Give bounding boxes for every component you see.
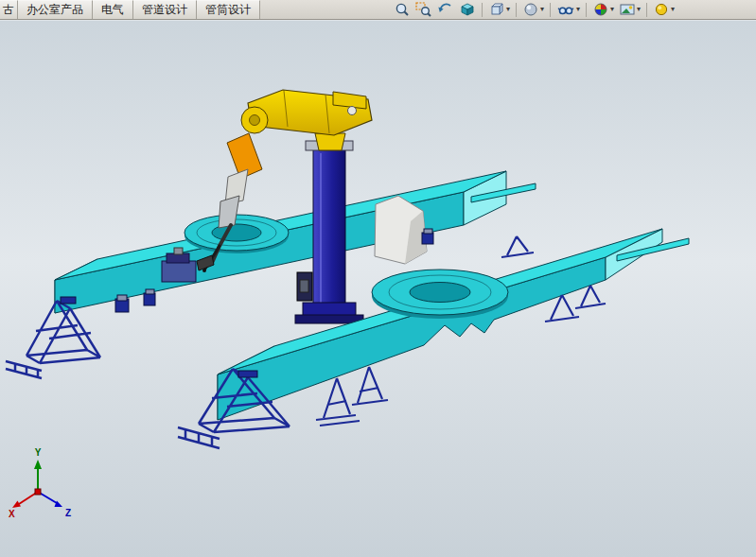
toolbar-separator — [646, 3, 647, 17]
section-view-button[interactable] — [457, 1, 478, 19]
section-view-icon — [459, 1, 476, 18]
tab-electrical[interactable]: 电气 — [93, 0, 133, 19]
edit-appearance-button[interactable]: ▾ — [590, 1, 616, 19]
rear-slewing-ring[interactable] — [185, 215, 289, 253]
edit-appearance-icon — [592, 1, 609, 18]
previous-view-icon — [437, 1, 454, 18]
front-slewing-ring[interactable] — [372, 270, 508, 319]
graphics-area[interactable]: Y X Z — [0, 21, 756, 557]
tab-piping-design-label: 管道设计 — [142, 2, 187, 18]
zoom-to-area-button[interactable] — [413, 1, 434, 19]
dropdown-caret: ▾ — [576, 6, 580, 13]
toolbar-separator — [482, 3, 483, 17]
x-axis-label: X — [9, 509, 15, 519]
robot-swivel-base — [315, 133, 345, 150]
commandmanager-tabs: 古 办公室产品 电气 管道设计 管筒设计 — [0, 0, 260, 19]
tab-tubing-design[interactable]: 管筒设计 — [197, 0, 260, 19]
apply-scene-button[interactable]: ▾ — [617, 1, 642, 19]
tab-tubing-design-label: 管筒设计 — [205, 2, 251, 18]
display-style-icon — [522, 1, 539, 18]
tab-office-products-label: 办公室产品 — [26, 2, 83, 18]
y-axis-label: Y — [35, 447, 42, 458]
view-settings-button[interactable]: ▾ — [651, 1, 677, 19]
zoom-to-area-icon — [415, 1, 432, 18]
dropdown-caret: ▾ — [540, 6, 544, 13]
dropdown-caret: ▾ — [637, 6, 641, 13]
heads-up-view-toolbar: ▾ ▾ ▾ — [392, 0, 756, 19]
tab-office-products[interactable]: 办公室产品 — [18, 0, 93, 19]
previous-view-button[interactable] — [435, 1, 456, 19]
toolbar-separator — [550, 3, 551, 17]
tab-partial-label: 古 — [3, 2, 14, 18]
dropdown-caret: ▾ — [506, 6, 510, 13]
dropdown-caret: ▾ — [610, 6, 614, 13]
tab-piping-design[interactable]: 管道设计 — [133, 0, 197, 19]
cad-scene[interactable]: Y X Z — [0, 21, 756, 557]
view-orientation-icon — [488, 1, 505, 18]
tab-partial[interactable]: 古 — [0, 0, 18, 19]
view-orientation-button[interactable]: ▾ — [486, 1, 512, 19]
zoom-to-fit-button[interactable] — [392, 1, 413, 19]
dropdown-caret: ▾ — [671, 6, 675, 13]
command-toolbar: 古 办公室产品 电气 管道设计 管筒设计 — [0, 0, 756, 20]
hide-show-items-button[interactable]: ▾ — [554, 1, 582, 19]
tab-electrical-label: 电气 — [101, 2, 124, 18]
toolbar-separator — [586, 3, 587, 17]
zoom-to-fit-icon — [394, 1, 411, 18]
triad-origin — [35, 489, 41, 495]
toolbar-separator — [516, 3, 517, 17]
display-style-button[interactable]: ▾ — [520, 1, 546, 19]
apply-scene-icon — [619, 1, 636, 18]
hide-show-items-icon — [556, 1, 575, 18]
z-axis-label: Z — [65, 508, 71, 518]
view-settings-icon — [653, 1, 670, 18]
